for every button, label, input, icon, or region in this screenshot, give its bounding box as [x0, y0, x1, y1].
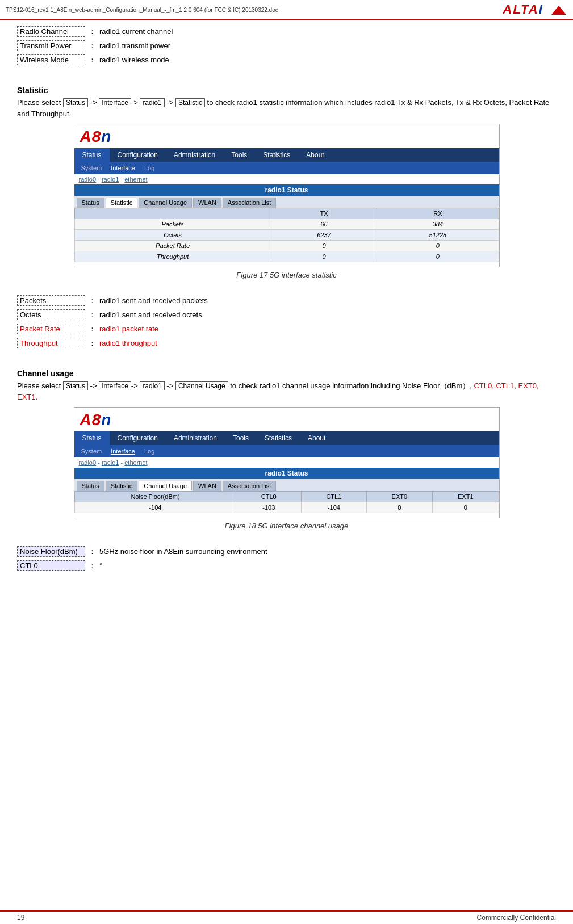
device-logo-bar-18: A8n [74, 408, 499, 431]
figure18-caption: Figure 18 5G interface channel usage [17, 522, 556, 530]
nav-config-17[interactable]: Configuration [110, 148, 166, 162]
tab-status-18[interactable]: Status [77, 481, 104, 491]
subnav-log-17[interactable]: Log [141, 163, 158, 173]
val-ctl1: -104 [302, 502, 367, 513]
bc-radio1-18[interactable]: radio1 [102, 459, 119, 466]
figure18-device-ui: A8n Status Configuration Administration … [74, 407, 500, 518]
def-transmit-power: Transmit Power ： radio1 transmit power [17, 40, 556, 51]
nav-about-17[interactable]: About [298, 148, 332, 162]
rx-packetrate: 0 [377, 241, 499, 251]
tab-wlan-17[interactable]: WLAN [193, 198, 221, 208]
device-logo-bar-17: A8n [74, 124, 499, 148]
page-footer: 19 Commercially Confidential [0, 910, 573, 924]
nav-statistics-17[interactable]: Statistics [255, 148, 298, 162]
desc-radio-channel: radio1 current channel [99, 27, 173, 36]
bottom-definitions: Noise Floor(dBm) ： 5GHz noise floor in A… [17, 546, 556, 571]
nav-status-18[interactable]: Status [74, 431, 110, 445]
tab-statistic-17[interactable]: Statistic [106, 198, 138, 208]
nav-about-18[interactable]: About [300, 431, 333, 445]
sub-nav-18[interactable]: System Interface Log [74, 445, 499, 457]
status-title-17: radio1 Status [74, 184, 499, 196]
term-wireless-mode: Wireless Mode [17, 54, 85, 65]
val-noisefloor: -104 [74, 502, 236, 513]
nav-status-17[interactable]: Status [74, 148, 110, 162]
val-ext0: 0 [366, 502, 432, 513]
device-logo-17: A8n [80, 128, 112, 146]
nav-tools-17[interactable]: Tools [223, 148, 255, 162]
rx-packets: 384 [377, 219, 499, 230]
term-ctl0: CTL0 [17, 560, 85, 571]
sep-b1: ： [89, 561, 96, 571]
main-content: Radio Channel ： radio1 current channel T… [0, 20, 573, 620]
col-ctl1: CTL1 [302, 492, 367, 502]
tab-statistic-18[interactable]: Statistic [106, 481, 138, 491]
sep-0: ： [89, 27, 96, 37]
arrow3: -> [165, 98, 175, 107]
term-transmit-power: Transmit Power [17, 40, 85, 51]
desc-ctl0: ° [99, 561, 102, 570]
desc-transmit-power: radio1 transmit power [99, 41, 170, 50]
ch-suffix-black: to check radio1 channel usage informatio… [228, 381, 474, 390]
desc-throughput: radio1 throughput [99, 339, 157, 347]
def-packetrate: Packet Rate ： radio1 packet rate [17, 324, 556, 334]
tab-assoclist-17[interactable]: Association List [223, 198, 276, 208]
tab-bar-17[interactable]: Status Statistic Channel Usage WLAN Asso… [74, 196, 499, 208]
tab-status-17[interactable]: Status [77, 198, 104, 208]
interface-box-1: Interface [99, 98, 131, 107]
radio1-box-2: radio1 [140, 381, 164, 390]
bc-ethernet-17[interactable]: ethernet [124, 176, 147, 183]
ch-arrow2: -> [131, 381, 138, 390]
nav-admin-18[interactable]: Administration [166, 431, 225, 445]
arrow2: -> [131, 98, 138, 107]
figure17-caption: Figure 17 5G interface statistic [17, 271, 556, 279]
desc-wireless-mode: radio1 wireless mode [99, 56, 169, 64]
term-radio-channel: Radio Channel [17, 26, 85, 37]
interface-box-2: Interface [99, 381, 131, 390]
svg-marker-0 [551, 6, 566, 15]
document-header: TPS12-016_rev1 1_A8Ein_web-admin_Configu… [0, 0, 573, 20]
statistic-heading: Statistic [17, 86, 556, 95]
bc-radio1-17[interactable]: radio1 [102, 176, 119, 183]
subnav-system-18[interactable]: System [78, 447, 106, 456]
ch-arrow3: -> [165, 381, 175, 390]
statistic-table-17: TX RX Packets 66 384 Octets 6237 51228 P… [74, 208, 499, 262]
breadcrumb-17: radio0 - radio1 - ethernet [74, 174, 499, 184]
val-ext1: 0 [433, 502, 499, 513]
nav-bar-18[interactable]: Status Configuration Administration Tool… [74, 431, 499, 445]
col-tx-17: TX [271, 208, 377, 219]
col-ctl0: CTL0 [236, 492, 302, 502]
def-octets: Octets ： radio1 sent and received octets [17, 309, 556, 320]
bc-radio0-17[interactable]: radio0 [79, 176, 97, 183]
sep-m2: ： [89, 324, 96, 334]
tx-packetrate: 0 [271, 241, 377, 251]
bc-radio0-18[interactable]: radio0 [79, 459, 97, 466]
tab-wlan-18[interactable]: WLAN [193, 481, 221, 491]
sub-nav-17[interactable]: System Interface Log [74, 162, 499, 174]
subnav-system-17[interactable]: System [78, 163, 106, 173]
def-wireless-mode: Wireless Mode ： radio1 wireless mode [17, 54, 556, 65]
altai-logo: ALTAI [503, 2, 567, 17]
tab-bar-18[interactable]: Status Statistic Channel Usage WLAN Asso… [74, 479, 499, 491]
tab-channelusage-18[interactable]: Channel Usage [139, 481, 192, 491]
label-octets: Octets [74, 230, 271, 241]
nav-tools-18[interactable]: Tools [225, 431, 257, 445]
col-rx-17: RX [377, 208, 499, 219]
nav-statistics-18[interactable]: Statistics [257, 431, 300, 445]
breadcrumb-18: radio0 - radio1 - ethernet [74, 457, 499, 468]
subnav-interface-17[interactable]: Interface [107, 163, 139, 173]
sep-1: ： [89, 41, 96, 51]
status-box-2: Status [63, 381, 88, 390]
tab-channelusage-17[interactable]: Channel Usage [139, 198, 192, 208]
figure17-device-ui: A8n Status Configuration Admnistration T… [74, 124, 500, 267]
def-packets: Packets ： radio1 sent and received packe… [17, 295, 556, 306]
rx-octets: 51228 [377, 230, 499, 241]
nav-admin-17[interactable]: Admnistration [166, 148, 223, 162]
subnav-log-18[interactable]: Log [141, 447, 158, 456]
table-row-octets-17: Octets 6237 51228 [74, 230, 499, 241]
nav-config-18[interactable]: Configuration [110, 431, 166, 445]
tab-assoclist-18[interactable]: Association List [223, 481, 276, 491]
tx-throughput: 0 [271, 251, 377, 262]
nav-bar-17[interactable]: Status Configuration Admnistration Tools… [74, 148, 499, 162]
bc-ethernet-18[interactable]: ethernet [124, 459, 147, 466]
subnav-interface-18[interactable]: Interface [107, 447, 139, 456]
